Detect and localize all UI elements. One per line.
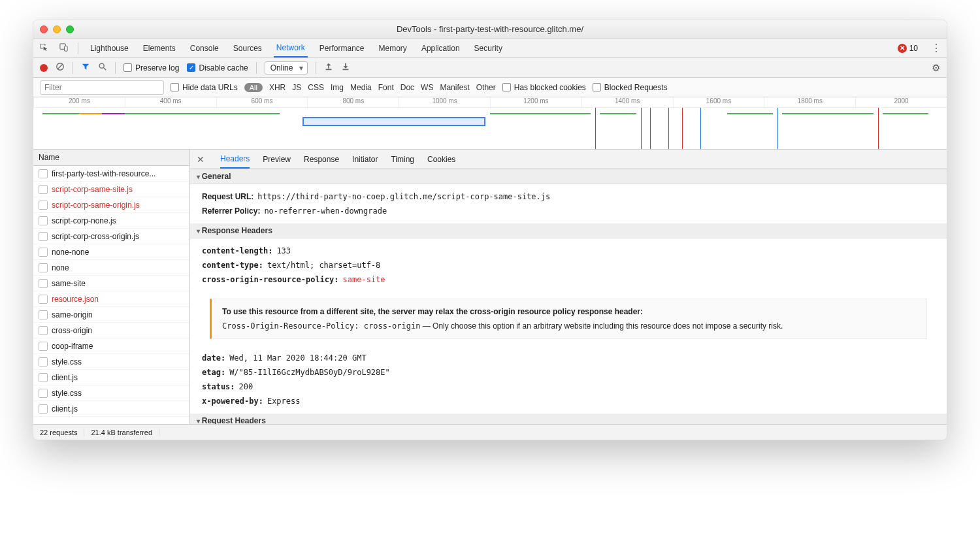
tab-sources[interactable]: Sources <box>231 39 265 57</box>
request-row[interactable]: client.js <box>33 370 189 385</box>
filter-type-media[interactable]: Media <box>350 83 372 92</box>
more-options-icon[interactable]: ⋮ <box>931 42 941 54</box>
dtab-cookies[interactable]: Cookies <box>427 150 455 169</box>
request-row[interactable]: none-none <box>33 244 189 260</box>
upload-icon[interactable] <box>324 62 333 73</box>
hide-data-urls-label: Hide data URLs <box>182 83 238 92</box>
separator <box>316 62 316 74</box>
inspect-icon[interactable] <box>39 42 49 54</box>
filter-type-manifest[interactable]: Manifest <box>440 83 469 92</box>
tab-elements[interactable]: Elements <box>140 39 178 57</box>
devtools-window: DevTools - first-party-test-with-resourc… <box>33 20 947 440</box>
request-row[interactable]: none <box>33 260 189 276</box>
tab-network[interactable]: Network <box>274 39 308 57</box>
request-row[interactable]: script-corp-same-site.js <box>33 182 189 197</box>
separator <box>73 62 73 74</box>
request-row[interactable]: same-origin <box>33 307 189 323</box>
close-window-button[interactable] <box>40 25 48 33</box>
tab-performance[interactable]: Performance <box>317 39 367 57</box>
dtab-headers[interactable]: Headers <box>220 150 250 169</box>
record-button[interactable] <box>40 64 48 72</box>
window-title: DevTools - first-party-test-with-resourc… <box>33 24 947 34</box>
status-value: 200 <box>239 382 253 391</box>
filter-input[interactable] <box>40 80 164 95</box>
section-response-headers[interactable]: Response Headers <box>190 223 947 238</box>
filter-icon[interactable] <box>81 62 90 73</box>
filter-type-css[interactable]: CSS <box>308 83 324 92</box>
tab-console[interactable]: Console <box>188 39 221 57</box>
close-details-button[interactable]: ✕ <box>197 154 204 165</box>
timeline-overview[interactable]: 200 ms 400 ms 600 ms 800 ms 1000 ms 1200… <box>33 97 947 150</box>
section-request-headers[interactable]: Request Headers <box>190 414 947 424</box>
filter-type-other[interactable]: Other <box>476 83 496 92</box>
request-list-header[interactable]: Name <box>33 150 189 166</box>
minimize-window-button[interactable] <box>53 25 61 33</box>
referrer-policy-key: Referrer Policy: <box>202 206 260 216</box>
dtab-timing[interactable]: Timing <box>391 150 414 169</box>
details-body[interactable]: General Request URL:https://third-party-… <box>190 169 947 424</box>
svg-line-5 <box>104 68 106 71</box>
request-name: resource.json <box>52 295 99 304</box>
hide-data-urls-checkbox[interactable]: Hide data URLs <box>171 83 238 92</box>
settings-icon[interactable]: ⚙ <box>932 62 940 74</box>
request-row[interactable]: cross-origin <box>33 323 189 338</box>
details-tabs: ✕ Headers Preview Response Initiator Tim… <box>190 150 947 169</box>
status-bar: 22 requests 21.4 kB transferred <box>33 424 947 440</box>
dtab-initiator[interactable]: Initiator <box>352 150 378 169</box>
request-row[interactable]: script-corp-none.js <box>33 213 189 229</box>
disable-cache-checkbox[interactable]: Disable cache <box>187 63 248 73</box>
request-name: same-site <box>52 279 86 288</box>
filter-type-font[interactable]: Font <box>378 83 394 92</box>
zoom-window-button[interactable] <box>66 25 74 33</box>
request-row[interactable]: style.css <box>33 354 189 370</box>
checkbox-icon <box>123 63 132 72</box>
device-toggle-icon[interactable] <box>58 42 69 54</box>
preserve-log-checkbox[interactable]: Preserve log <box>123 63 179 73</box>
dtab-response[interactable]: Response <box>304 150 339 169</box>
dtab-preview[interactable]: Preview <box>263 150 291 169</box>
request-name: client.js <box>52 373 78 382</box>
search-icon[interactable] <box>98 62 107 73</box>
request-row[interactable]: client.js <box>33 401 189 417</box>
request-row[interactable]: coop-iframe <box>33 338 189 354</box>
timeline-selection[interactable] <box>302 117 485 126</box>
request-list-rows[interactable]: first-party-test-with-resource...script-… <box>33 166 189 424</box>
throttling-select[interactable]: Online <box>265 61 308 74</box>
request-row[interactable]: same-site <box>33 276 189 291</box>
tab-application[interactable]: Application <box>419 39 463 57</box>
request-name: script-corp-same-site.js <box>52 185 133 194</box>
request-row[interactable]: script-corp-same-origin.js <box>33 197 189 213</box>
request-row[interactable]: script-corp-cross-origin.js <box>33 229 189 244</box>
request-row[interactable]: resource.json <box>33 291 189 307</box>
svg-point-4 <box>99 63 104 68</box>
file-icon <box>39 232 48 241</box>
referrer-policy-value: no-referrer-when-downgrade <box>264 206 387 216</box>
request-list: Name first-party-test-with-resource...sc… <box>33 150 190 424</box>
file-icon <box>39 201 48 210</box>
clear-icon[interactable] <box>56 62 65 73</box>
has-blocked-cookies-checkbox[interactable]: Has blocked cookies <box>502 83 586 92</box>
tab-memory[interactable]: Memory <box>376 39 410 57</box>
request-row[interactable]: first-party-test-with-resource... <box>33 166 189 182</box>
devtools-tabs: Lighthouse Elements Console Sources Netw… <box>33 39 947 58</box>
file-icon <box>39 248 48 257</box>
blocked-requests-checkbox[interactable]: Blocked Requests <box>593 83 668 92</box>
section-general[interactable]: General <box>190 169 947 184</box>
download-icon[interactable] <box>341 62 350 73</box>
file-icon <box>39 342 48 351</box>
filter-type-all[interactable]: All <box>244 83 263 92</box>
request-row[interactable]: style.css <box>33 385 189 401</box>
file-icon <box>39 169 48 178</box>
tab-security[interactable]: Security <box>472 39 505 57</box>
filter-type-doc[interactable]: Doc <box>400 83 414 92</box>
corp-value: same-site <box>343 275 385 284</box>
status-transferred: 21.4 kB transferred <box>84 429 159 436</box>
error-count-badge[interactable]: ✕ 10 <box>898 44 918 53</box>
filter-type-js[interactable]: JS <box>292 83 301 92</box>
tab-lighthouse[interactable]: Lighthouse <box>88 39 131 57</box>
file-icon <box>39 404 48 414</box>
xpb-key: x-powered-by: <box>202 397 263 406</box>
filter-type-ws[interactable]: WS <box>421 83 433 92</box>
filter-type-xhr[interactable]: XHR <box>269 83 286 92</box>
filter-type-img[interactable]: Img <box>331 83 344 92</box>
